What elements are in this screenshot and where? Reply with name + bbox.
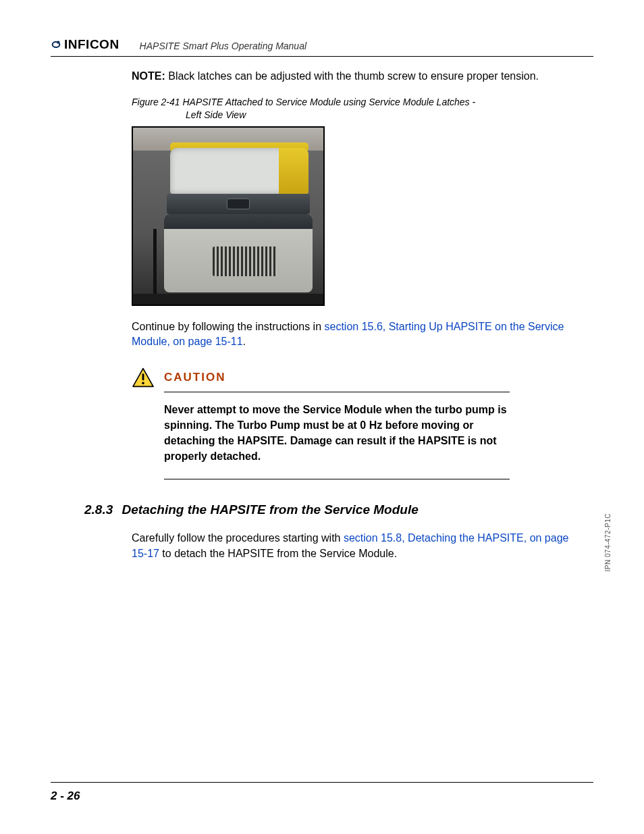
caution-block: CAUTION Never attempt to move the Servic…	[132, 367, 510, 480]
divider	[164, 392, 510, 392]
note-text: Black latches can be adjusted with the t…	[168, 70, 539, 82]
side-code: IPN 074-472-P1C	[604, 513, 612, 571]
continue-prefix: Continue by following the instructions i…	[132, 321, 325, 332]
page-number: 2 - 26	[51, 789, 80, 802]
brand-text: INFICON	[64, 37, 119, 52]
section-body-suffix: to detach the HAPSITE from the Service M…	[159, 548, 397, 559]
svg-point-0	[57, 41, 59, 44]
figure-caption: Figure 2-41 HAPSITE Attached to Service …	[132, 96, 573, 122]
inficon-icon	[51, 38, 61, 51]
page-footer: 2 - 26	[51, 782, 593, 803]
caution-label: CAUTION	[164, 371, 225, 384]
section-body: Carefully follow the procedures starting…	[132, 531, 573, 561]
figure-caption-line2: Left Side View	[186, 109, 573, 122]
note-paragraph: NOTE: Black latches can be adjusted with…	[132, 69, 573, 84]
document-title: HAPSITE Smart Plus Operating Manual	[140, 41, 306, 51]
caution-text: Never attempt to move the Service Module…	[164, 402, 510, 465]
continue-suffix: .	[243, 336, 246, 347]
section-number: 2.8.3	[84, 502, 113, 517]
svg-rect-2	[142, 373, 144, 380]
svg-point-3	[142, 382, 144, 384]
divider	[164, 479, 510, 479]
section-title: Detaching the HAPSITE from the Service M…	[122, 502, 419, 517]
note-label: NOTE:	[132, 70, 165, 82]
warning-icon	[132, 367, 155, 388]
figure-image	[132, 126, 325, 306]
page-header: INFICON HAPSITE Smart Plus Operating Man…	[51, 37, 593, 57]
figure-caption-line1: Figure 2-41 HAPSITE Attached to Service …	[132, 97, 475, 107]
section-heading: 2.8.3 Detaching the HAPSITE from the Ser…	[84, 502, 573, 517]
brand-logo: INFICON	[51, 37, 119, 52]
continue-paragraph: Continue by following the instructions i…	[132, 319, 573, 350]
section-body-prefix: Carefully follow the procedures starting…	[132, 532, 344, 544]
